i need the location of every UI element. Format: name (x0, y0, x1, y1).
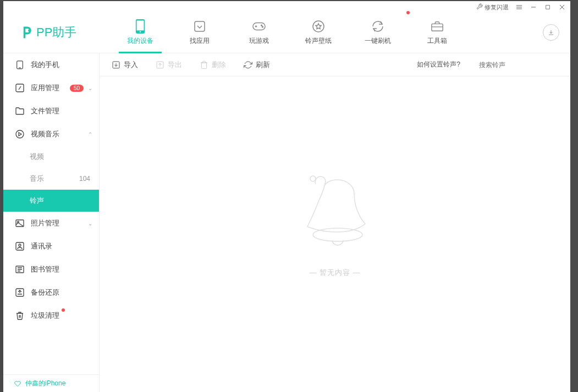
svg-point-4 (140, 31, 141, 32)
folder-icon (15, 107, 24, 115)
svg-rect-3 (137, 20, 144, 30)
titlebar: 修复闪退 (3, 1, 570, 12)
nav-tab-label: 工具箱 (427, 36, 447, 46)
chevron-down-icon: ⌄ (88, 220, 92, 227)
sidebar-item-label: 音乐 (30, 174, 44, 184)
svg-point-8 (262, 26, 263, 27)
logo[interactable]: PP助手 (3, 24, 100, 41)
nav-tab-label: 找应用 (190, 36, 210, 46)
badge: 50 (70, 85, 84, 92)
nav-tabs: 我的设备找应用玩游戏铃声壁纸一键刷机工具箱 (100, 12, 532, 53)
reload-icon (371, 20, 384, 33)
sidebar-item-1[interactable]: 应用管理50⌄ (3, 76, 99, 100)
empty-state: — 暂无内容 — (100, 54, 570, 392)
sidebar-item-label: 照片管理 (31, 218, 59, 228)
nav-tab-5[interactable]: 工具箱 (408, 12, 467, 53)
nav-tab-0[interactable]: 我的设备 (111, 12, 170, 53)
phone-icon (134, 20, 147, 33)
device-name: 仲鑫的iPhone (25, 379, 65, 388)
wrench-icon (476, 3, 483, 11)
sidebar-item-label: 垃圾清理 (31, 311, 59, 321)
sidebar-item-8[interactable]: 通讯录 (3, 235, 99, 258)
fix-crash-label: 修复闪退 (485, 3, 509, 12)
toolbox-icon (431, 20, 444, 33)
logo-text: PP助手 (36, 24, 76, 41)
nav-tab-label: 一键刷机 (365, 36, 391, 46)
sidebar-item-label: 视频 (30, 152, 44, 162)
svg-rect-5 (195, 21, 205, 31)
apps-icon (15, 84, 24, 92)
nav-tab-3[interactable]: 铃声壁纸 (289, 12, 348, 53)
sidebar-item-5[interactable]: 音乐104 (3, 168, 99, 190)
sidebar-item-2[interactable]: 文件管理 (3, 100, 99, 123)
logo-icon (19, 25, 34, 40)
phone-sm-icon (15, 60, 24, 69)
svg-point-9 (313, 21, 324, 32)
header: PP助手 我的设备找应用玩游戏铃声壁纸一键刷机工具箱 (3, 12, 570, 53)
svg-point-13 (16, 130, 24, 138)
sidebar-item-label: 图书管理 (31, 264, 59, 274)
nav-tab-label: 我的设备 (127, 36, 153, 46)
sidebar-item-11[interactable]: 垃圾清理 (3, 304, 99, 327)
sidebar-item-3[interactable]: 视频音乐⌃ (3, 123, 99, 146)
svg-point-7 (261, 25, 262, 26)
sidebar-item-9[interactable]: 图书管理 (3, 258, 99, 281)
count: 104 (79, 175, 90, 183)
heart-icon (14, 380, 21, 387)
sidebar-item-label: 视频音乐 (31, 129, 59, 139)
maximize-button[interactable] (544, 3, 552, 11)
empty-text: — 暂无内容 — (309, 268, 360, 278)
sidebar-item-7[interactable]: 照片管理⌄ (3, 212, 99, 235)
star-icon (312, 20, 325, 33)
chevron-up-icon: ⌃ (88, 131, 92, 137)
device-footer[interactable]: 仲鑫的iPhone (3, 374, 99, 392)
svg-point-1 (28, 29, 30, 31)
sidebar-item-label: 铃声 (30, 196, 44, 206)
sidebar-item-0[interactable]: 我的手机 (3, 53, 99, 76)
header-right (532, 24, 570, 41)
sidebar-item-label: 备份还原 (31, 288, 59, 297)
sidebar-item-label: 我的手机 (31, 60, 59, 70)
chevron-down-icon: ⌄ (88, 85, 92, 91)
contact-icon (15, 242, 24, 251)
backup-icon (15, 288, 24, 297)
sidebar-item-4[interactable]: 视频 (3, 146, 99, 168)
sidebar-item-label: 通讯录 (31, 241, 52, 251)
fix-crash-button[interactable]: 修复闪退 (476, 3, 509, 12)
book-icon (15, 265, 24, 274)
image-icon (15, 219, 24, 228)
sidebar-item-label: 文件管理 (31, 106, 59, 116)
sidebar-item-6[interactable]: 铃声 (3, 190, 99, 212)
nav-tab-label: 玩游戏 (249, 36, 269, 46)
sidebar-item-10[interactable]: 备份还原 (3, 281, 99, 304)
close-button[interactable] (558, 3, 566, 11)
bell-icon (291, 169, 379, 251)
play-icon (15, 130, 24, 139)
sidebar: 我的手机应用管理50⌄文件管理视频音乐⌃视频音乐104铃声照片管理⌄通讯录图书管… (3, 53, 100, 392)
game-icon (252, 20, 266, 33)
nav-tab-label: 铃声壁纸 (305, 36, 332, 46)
svg-rect-0 (546, 5, 550, 9)
svg-point-17 (19, 244, 21, 246)
down-box-icon (193, 20, 206, 33)
nav-tab-2[interactable]: 玩游戏 (229, 12, 289, 53)
svg-point-24 (313, 228, 362, 241)
trash-icon (15, 311, 24, 320)
minimize-button[interactable] (530, 3, 537, 11)
menu-button[interactable] (515, 3, 523, 11)
nav-tab-1[interactable]: 找应用 (170, 12, 229, 53)
sidebar-item-label: 应用管理 (31, 83, 59, 93)
nav-tab-4[interactable]: 一键刷机 (348, 12, 408, 53)
notification-dot (62, 308, 65, 312)
svg-point-23 (310, 176, 316, 181)
svg-rect-10 (432, 24, 443, 31)
downloads-button[interactable] (543, 24, 559, 41)
content: 导入 导出 删除 刷新 如何设置铃声? (100, 53, 570, 392)
